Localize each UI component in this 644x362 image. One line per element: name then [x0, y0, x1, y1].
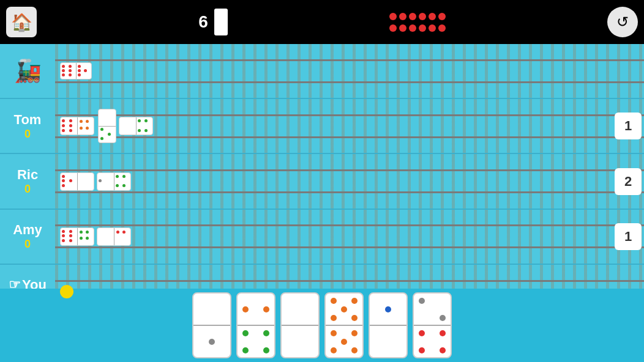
center-dot [419, 13, 426, 20]
dot [62, 239, 65, 242]
undo-button[interactable]: ↺ [607, 7, 638, 37]
dot [106, 175, 109, 178]
dot [86, 127, 89, 130]
dot [116, 237, 119, 240]
hand-domino-1-bottom [193, 326, 230, 357]
dot [385, 306, 391, 312]
domino[interactable] [60, 172, 94, 191]
turn-tile [214, 9, 228, 35]
dot [419, 298, 425, 304]
top-bar: 🏠 6 [0, 0, 644, 44]
dot [100, 133, 103, 136]
dot [128, 124, 131, 127]
center-dot [389, 24, 397, 32]
dot [209, 339, 215, 345]
dot [263, 347, 269, 353]
dot [440, 298, 446, 304]
track-visual [55, 210, 644, 264]
dot [116, 175, 119, 178]
dot [121, 124, 124, 127]
home-button[interactable]: 🏠 [6, 7, 37, 37]
dot [351, 339, 358, 345]
hand-area [0, 289, 644, 362]
dot [429, 315, 435, 321]
dot [331, 330, 337, 336]
dot [86, 179, 89, 182]
you-marker [60, 285, 73, 298]
dot [84, 69, 87, 72]
dot [331, 339, 337, 345]
dot [79, 175, 82, 178]
domino-half [97, 228, 114, 245]
dot [80, 120, 83, 123]
dot [351, 347, 358, 353]
dot [80, 237, 83, 240]
dot [263, 298, 269, 304]
domino[interactable] [119, 117, 153, 135]
dot [144, 124, 148, 127]
dot [62, 230, 65, 233]
hand-domino-4-bottom [326, 326, 362, 357]
amy-track [55, 210, 644, 264]
domino[interactable] [60, 117, 94, 135]
dot [78, 69, 81, 72]
dot [219, 339, 225, 345]
domino-half [78, 173, 94, 190]
tom-row: Tom 0 [0, 99, 644, 154]
hand-domino-2[interactable] [236, 292, 275, 358]
dot [440, 315, 446, 321]
dot [351, 306, 358, 312]
domino-half [114, 228, 131, 245]
track-visual [55, 44, 644, 98]
dot [100, 137, 103, 140]
center-dot [429, 13, 436, 20]
dot [69, 124, 72, 127]
dot [108, 137, 111, 140]
domino-half [119, 117, 137, 135]
dot [138, 124, 141, 127]
dot [69, 65, 72, 68]
dot [331, 298, 337, 304]
dot [69, 184, 72, 187]
domino-half [97, 173, 114, 190]
track-dominoes-amy [55, 210, 136, 264]
dot [419, 330, 425, 336]
undo-icon: ↺ [616, 13, 629, 31]
dot [351, 298, 358, 304]
dot [78, 65, 81, 68]
hand-domino-5[interactable] [369, 292, 408, 358]
dot [253, 347, 259, 353]
dot [219, 330, 225, 336]
dot [116, 179, 119, 182]
dot [419, 339, 425, 345]
domino-half [137, 117, 153, 135]
dot [138, 119, 141, 122]
domino-half [99, 127, 116, 143]
dot [341, 315, 347, 321]
hand-domino-6-top [414, 294, 451, 326]
dot [253, 330, 259, 336]
domino[interactable] [60, 62, 92, 79]
domino[interactable] [97, 227, 131, 246]
hand-domino-1[interactable] [192, 292, 231, 358]
hand-domino-4[interactable] [324, 292, 364, 358]
dot [69, 119, 72, 122]
hand-domino-2-top [238, 294, 274, 326]
domino-half [78, 228, 94, 245]
hand-domino-6[interactable] [413, 292, 452, 358]
dot [62, 129, 65, 132]
dot [263, 315, 269, 321]
center-dot [419, 24, 426, 32]
dot [62, 184, 65, 187]
play-area: 🚂 [0, 44, 644, 319]
domino[interactable] [98, 109, 116, 143]
center-dot [409, 24, 416, 32]
dot [99, 179, 102, 182]
hand-domino-3[interactable] [280, 292, 320, 358]
dot [62, 69, 65, 72]
domino[interactable] [97, 172, 131, 191]
domino[interactable] [60, 227, 94, 246]
tom-track [55, 99, 644, 153]
dot [100, 128, 103, 131]
dot [86, 175, 89, 178]
